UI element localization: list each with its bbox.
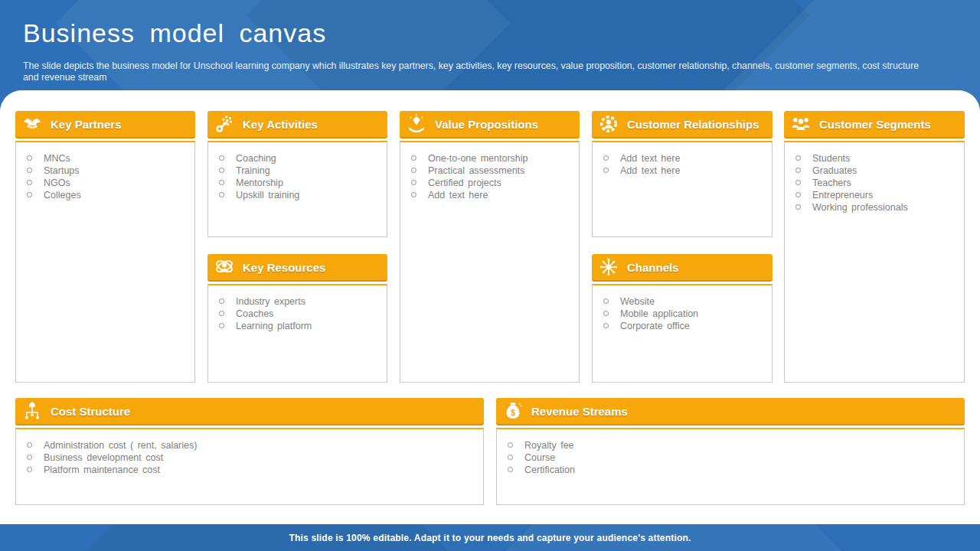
list-item: Mobile application bbox=[603, 308, 766, 320]
page-title: Business model canvas bbox=[23, 18, 326, 48]
bullet-icon bbox=[27, 467, 32, 472]
section-title: Channels bbox=[627, 261, 679, 274]
bullet-icon bbox=[219, 298, 224, 304]
bullet-icon bbox=[411, 155, 416, 161]
section-header-customer-relationships: Customer Relationships bbox=[592, 111, 773, 139]
bullet-icon bbox=[795, 204, 801, 210]
list-item: Training bbox=[219, 165, 381, 177]
list-item: Mentorship bbox=[219, 177, 381, 189]
list-item-text: Coaches bbox=[236, 308, 273, 320]
list-item-text: Certified projects bbox=[428, 177, 501, 189]
list-item: Practical assessments bbox=[411, 165, 573, 177]
handshake-icon bbox=[21, 114, 42, 135]
section-header-key-partners: Key Partners bbox=[15, 111, 195, 139]
bullet-icon bbox=[603, 311, 609, 316]
list-item: Startups bbox=[27, 165, 188, 177]
list-item: Add text here bbox=[603, 165, 766, 177]
bullet-icon bbox=[795, 155, 801, 161]
section-box-channels: WebsiteMobile applicationCorporate offic… bbox=[592, 284, 773, 383]
section-header-customer-segments: Customer Segments bbox=[784, 111, 965, 139]
bullet-list: Add text hereAdd text here bbox=[603, 152, 766, 177]
list-item: One-to-one mentorship bbox=[411, 152, 573, 165]
slide: Business model canvas The slide depicts … bbox=[0, 0, 980, 551]
list-item: Add text here bbox=[603, 152, 766, 165]
section-box-cost-structure: Administration cost ( rent, salaries)Bus… bbox=[15, 428, 484, 505]
bullet-icon bbox=[795, 180, 801, 185]
list-item: Students bbox=[795, 152, 958, 165]
section-title: Customer Segments bbox=[819, 118, 931, 131]
section-header-cost-structure: Cost Structure bbox=[15, 398, 484, 425]
list-item-text: Website bbox=[620, 295, 655, 308]
list-item-text: Add text here bbox=[620, 165, 680, 177]
people-group-icon bbox=[790, 114, 811, 135]
list-item-text: Corporate office bbox=[620, 320, 690, 332]
section-box-revenue-streams: Royalty feeCourseCertification bbox=[496, 428, 965, 505]
list-item: Certification bbox=[508, 464, 958, 476]
list-item: Corporate office bbox=[603, 320, 766, 332]
section-box-value-propositions: One-to-one mentorshipPractical assessmen… bbox=[400, 141, 580, 383]
bullet-list: StudentsGraduatesTeachersEntrepreneursWo… bbox=[795, 152, 958, 214]
list-item-text: Add text here bbox=[620, 152, 680, 165]
list-item-text: Industry experts bbox=[236, 295, 305, 308]
bullet-icon bbox=[603, 323, 609, 328]
bullet-icon bbox=[219, 155, 224, 161]
section-title: Customer Relationships bbox=[627, 118, 760, 131]
section-title: Cost Structure bbox=[51, 405, 130, 418]
bullet-icon bbox=[508, 455, 513, 460]
bullet-icon bbox=[603, 155, 609, 161]
person-orbit-icon bbox=[214, 257, 234, 278]
hand-diamond-icon bbox=[406, 114, 426, 135]
list-item-text: Business development cost bbox=[44, 452, 163, 464]
list-item: Working professionals bbox=[795, 201, 958, 214]
list-item: Colleges bbox=[27, 189, 188, 201]
bullet-icon bbox=[603, 168, 609, 173]
list-item-text: Learning platform bbox=[236, 320, 312, 332]
section-box-customer-relationships: Add text hereAdd text here bbox=[592, 141, 773, 237]
bullet-icon bbox=[219, 180, 224, 185]
section-header-channels: Channels bbox=[592, 254, 773, 282]
section-box-customer-segments: StudentsGraduatesTeachersEntrepreneursWo… bbox=[784, 141, 965, 383]
network-hub-icon bbox=[598, 257, 619, 278]
list-item-text: Entrepreneurs bbox=[812, 189, 873, 201]
bullet-icon bbox=[27, 155, 32, 161]
list-item: Learning platform bbox=[219, 320, 381, 332]
list-item-text: Training bbox=[236, 165, 270, 177]
section-title: Key Partners bbox=[51, 118, 122, 131]
person-gear-icon bbox=[598, 114, 619, 135]
section-title: Key Resources bbox=[243, 261, 325, 274]
list-item-text: Add text here bbox=[428, 189, 488, 201]
bullet-list: CoachingTrainingMentorshipUpskill traini… bbox=[219, 152, 381, 201]
bullet-icon bbox=[27, 168, 32, 173]
bullet-icon bbox=[219, 168, 224, 173]
list-item: Industry experts bbox=[219, 295, 381, 308]
list-item: Graduates bbox=[795, 165, 958, 177]
list-item-text: Upskill training bbox=[236, 189, 299, 201]
bullet-icon bbox=[27, 180, 32, 185]
list-item-text: Practical assessments bbox=[428, 165, 524, 177]
bullet-icon bbox=[411, 168, 416, 173]
bullet-list: MNCsStartupsNGOsColleges bbox=[27, 152, 188, 201]
bullet-icon bbox=[219, 311, 224, 316]
list-item: Certified projects bbox=[411, 177, 573, 189]
list-item: Business development cost bbox=[27, 452, 477, 464]
list-item: Course bbox=[508, 452, 958, 464]
section-header-key-resources: Key Resources bbox=[207, 254, 387, 282]
bullet-icon bbox=[219, 323, 224, 328]
footer-bar: This slide is 100% editable. Adapt it to… bbox=[0, 524, 980, 551]
bullet-icon bbox=[795, 192, 801, 197]
list-item-text: Certification bbox=[524, 464, 575, 476]
list-item-text: Mentorship bbox=[236, 177, 283, 189]
bullet-icon bbox=[411, 180, 416, 185]
list-item: Teachers bbox=[795, 177, 958, 189]
list-item-text: Coaching bbox=[236, 152, 276, 165]
slide-description: The slide depicts the business model for… bbox=[23, 60, 926, 83]
list-item: Coaches bbox=[219, 308, 381, 320]
section-header-key-activities: Key Activities bbox=[207, 111, 387, 139]
bullet-icon bbox=[27, 455, 32, 460]
bullet-icon bbox=[27, 442, 32, 448]
list-item-text: Mobile application bbox=[620, 308, 698, 320]
list-item-text: Working professionals bbox=[812, 201, 908, 214]
list-item: Administration cost ( rent, salaries) bbox=[27, 439, 477, 452]
bullet-list: Industry expertsCoachesLearning platform bbox=[219, 295, 381, 332]
list-item: Website bbox=[603, 295, 766, 308]
